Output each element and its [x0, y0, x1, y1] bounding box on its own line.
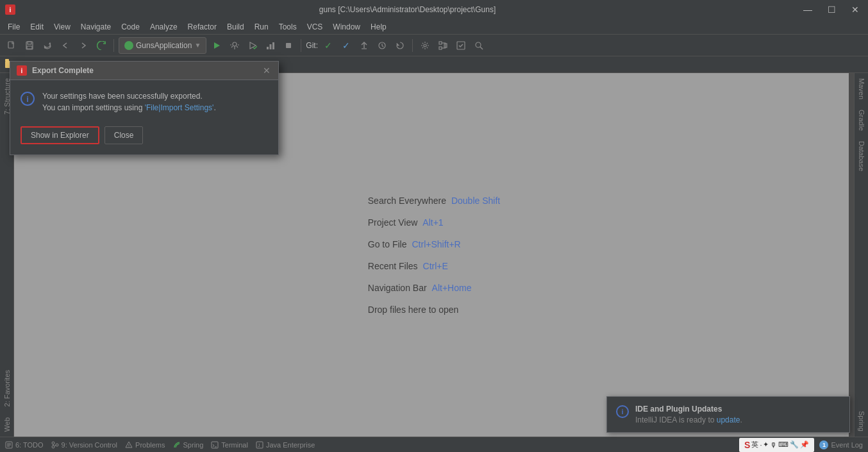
dialog-overlay: i Export Complete ✕ i Your settings have…	[0, 0, 868, 452]
dialog-close-btn[interactable]: ✕	[262, 65, 272, 76]
close-dialog-btn[interactable]: Close	[104, 126, 144, 144]
dialog-title-text: Export Complete	[32, 66, 94, 75]
show-in-explorer-btn[interactable]: Show in Explorer	[21, 126, 99, 144]
dialog-line1: Your settings have been successfully exp…	[42, 92, 203, 101]
dialog-buttons: Show in Explorer Close	[21, 126, 268, 144]
dialog-title-area: i Export Complete	[17, 65, 94, 76]
dialog-text-content: Your settings have been successfully exp…	[42, 90, 216, 113]
dialog-app-icon: i	[17, 65, 27, 76]
export-complete-dialog: i Export Complete ✕ i Your settings have…	[10, 61, 279, 155]
dialog-highlight: 'File|Import Settings'	[145, 103, 214, 112]
dialog-body: i Your settings have been successfully e…	[10, 80, 278, 155]
dialog-line2: You can import settings using 'File|Impo…	[42, 103, 216, 112]
dialog-message: i Your settings have been successfully e…	[21, 90, 268, 113]
dialog-titlebar: i Export Complete ✕	[10, 62, 278, 80]
info-icon: i	[21, 92, 35, 106]
